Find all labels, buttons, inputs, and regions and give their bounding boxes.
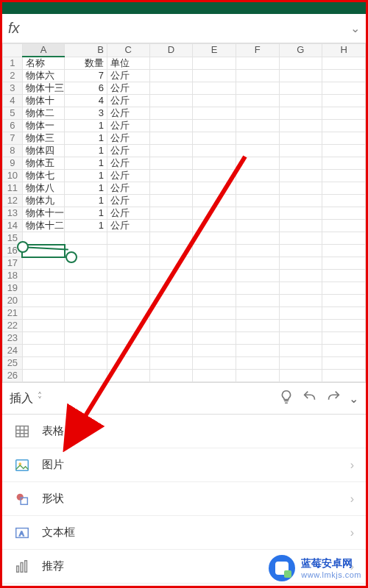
cell[interactable] (193, 295, 236, 307)
cell[interactable]: 物体六 (22, 70, 65, 82)
cell[interactable] (236, 57, 279, 70)
cell[interactable] (236, 70, 279, 82)
row-header[interactable]: 20 (3, 295, 23, 307)
cell[interactable] (193, 107, 236, 120)
cell[interactable] (107, 307, 150, 320)
menu-item-textbox[interactable]: A文本框› (2, 516, 366, 550)
cell[interactable] (149, 220, 193, 232)
cell[interactable] (149, 320, 193, 332)
cell[interactable] (236, 320, 279, 332)
cell[interactable] (22, 332, 65, 345)
row-header[interactable]: 23 (3, 332, 23, 345)
cell[interactable]: 6 (65, 82, 107, 95)
cell[interactable] (65, 307, 107, 320)
cell[interactable] (193, 95, 236, 107)
cell[interactable] (22, 270, 65, 282)
cell[interactable] (22, 282, 65, 295)
cell[interactable] (149, 57, 193, 70)
cell[interactable]: 1 (65, 207, 107, 220)
cell[interactable] (107, 295, 150, 307)
cell[interactable] (322, 182, 366, 195)
cell[interactable] (193, 282, 236, 295)
cell[interactable]: 公斤 (107, 107, 150, 120)
cell[interactable]: 单位 (107, 57, 150, 70)
cell[interactable] (107, 320, 150, 332)
cell[interactable] (22, 295, 65, 307)
cell[interactable] (149, 82, 193, 95)
cell[interactable] (236, 145, 279, 157)
cell[interactable] (149, 270, 193, 282)
cell[interactable] (193, 132, 236, 145)
col-header-E[interactable]: E (193, 44, 236, 57)
cell[interactable] (279, 245, 322, 257)
cell[interactable] (65, 320, 107, 332)
cell[interactable] (149, 170, 193, 182)
row-header[interactable]: 26 (3, 370, 23, 382)
cell[interactable] (149, 370, 193, 382)
cell[interactable] (322, 220, 366, 232)
cell[interactable] (279, 332, 322, 345)
cell[interactable] (193, 332, 236, 345)
row-header[interactable]: 6 (3, 120, 23, 132)
cell[interactable]: 数量 (65, 57, 107, 70)
menu-item-picture[interactable]: 图片› (2, 448, 366, 482)
cell[interactable] (322, 170, 366, 182)
cell[interactable]: 公斤 (107, 95, 150, 107)
cell[interactable] (322, 82, 366, 95)
cell[interactable]: 1 (65, 170, 107, 182)
cell[interactable] (107, 332, 150, 345)
cell[interactable] (236, 220, 279, 232)
cell[interactable] (193, 70, 236, 82)
cell[interactable] (279, 320, 322, 332)
cell[interactable]: 1 (65, 195, 107, 207)
col-header-F[interactable]: F (236, 44, 279, 57)
cell[interactable] (236, 270, 279, 282)
cell[interactable] (322, 320, 366, 332)
cell[interactable] (149, 195, 193, 207)
cell[interactable] (279, 282, 322, 295)
col-header-B[interactable]: B (65, 44, 107, 57)
cell[interactable] (193, 370, 236, 382)
spreadsheet-grid[interactable]: A B C D E F G H 1名称数量单位2物体六7公斤3物体十三6公斤4物… (2, 43, 366, 382)
cell[interactable] (322, 357, 366, 370)
cell[interactable] (236, 182, 279, 195)
cell[interactable] (193, 257, 236, 270)
cell[interactable] (193, 345, 236, 357)
cell[interactable] (149, 245, 193, 257)
cell[interactable]: 公斤 (107, 195, 150, 207)
cell[interactable] (322, 95, 366, 107)
cell[interactable]: 公斤 (107, 220, 150, 232)
cell[interactable]: 物体十 (22, 95, 65, 107)
cell[interactable] (279, 270, 322, 282)
cell[interactable] (279, 170, 322, 182)
cell[interactable] (322, 345, 366, 357)
row-header[interactable]: 4 (3, 95, 23, 107)
cell[interactable]: 物体十三 (22, 82, 65, 95)
cell[interactable] (236, 132, 279, 145)
cell[interactable] (322, 232, 366, 245)
cell[interactable] (107, 245, 150, 257)
cell[interactable] (149, 107, 193, 120)
cell[interactable] (193, 57, 236, 70)
cell[interactable]: 公斤 (107, 120, 150, 132)
row-header[interactable]: 13 (3, 207, 23, 220)
row-header[interactable]: 9 (3, 157, 23, 170)
cell[interactable] (279, 307, 322, 320)
cell[interactable] (149, 307, 193, 320)
cell[interactable]: 公斤 (107, 70, 150, 82)
cell[interactable] (322, 70, 366, 82)
cell[interactable] (322, 195, 366, 207)
cell[interactable] (279, 295, 322, 307)
col-header-G[interactable]: G (279, 44, 322, 57)
cell[interactable]: 公斤 (107, 182, 150, 195)
cell[interactable]: 物体十二 (22, 220, 65, 232)
cell[interactable] (65, 270, 107, 282)
cell[interactable] (107, 257, 150, 270)
cell[interactable] (193, 270, 236, 282)
cell[interactable] (236, 332, 279, 345)
cell[interactable]: 物体二 (22, 107, 65, 120)
cell[interactable]: 名称 (22, 57, 65, 70)
cell[interactable]: 物体十一 (22, 207, 65, 220)
cell[interactable] (322, 282, 366, 295)
cell[interactable] (279, 207, 322, 220)
